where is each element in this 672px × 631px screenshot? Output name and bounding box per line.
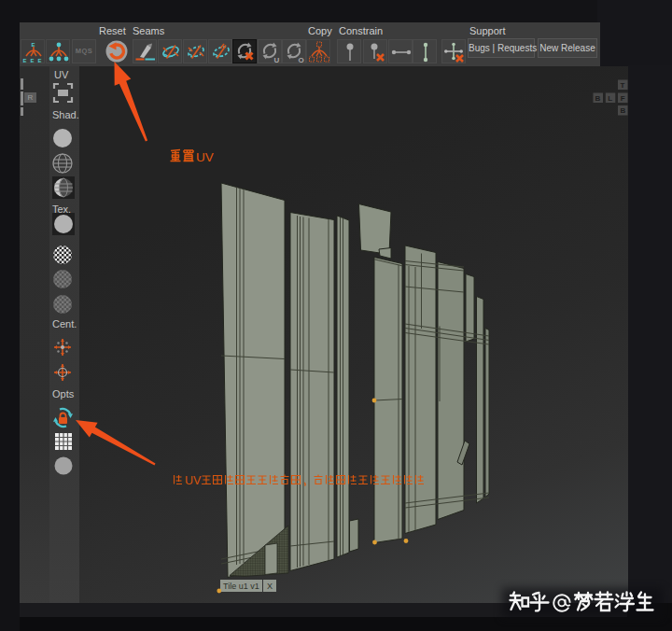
svg-text:UV: UV	[185, 474, 202, 487]
svg-text:UV: UV	[196, 150, 214, 164]
